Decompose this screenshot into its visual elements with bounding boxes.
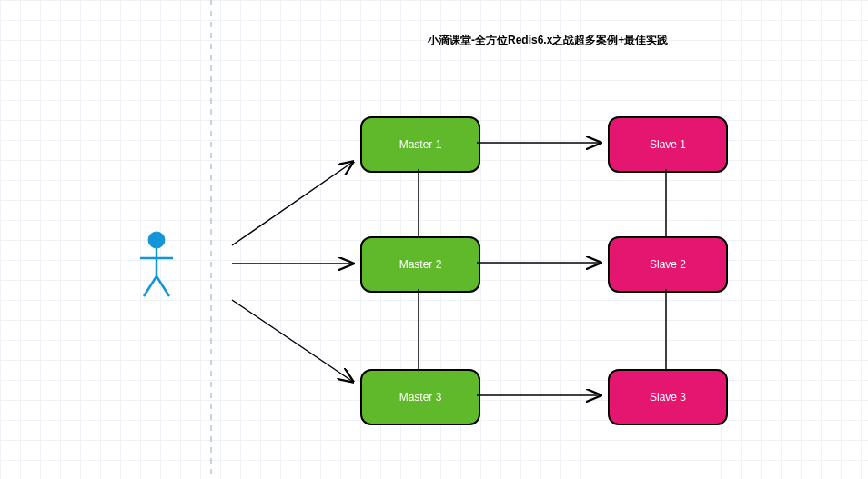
node-master-2: Master 2 bbox=[360, 236, 480, 293]
node-master-3: Master 3 bbox=[360, 369, 480, 425]
node-master-1: Master 1 bbox=[360, 116, 480, 173]
diagram-title: 小滴课堂-全方位Redis6.x之战超多案例+最佳实践 bbox=[428, 33, 668, 48]
node-slave-3: Slave 3 bbox=[608, 369, 728, 425]
node-slave-1: Slave 1 bbox=[608, 116, 728, 173]
diagram-canvas: 小滴课堂-全方位Redis6.x之战超多案例+最佳实践 Master 1 Mas… bbox=[0, 0, 868, 479]
node-slave-2: Slave 2 bbox=[608, 236, 728, 293]
